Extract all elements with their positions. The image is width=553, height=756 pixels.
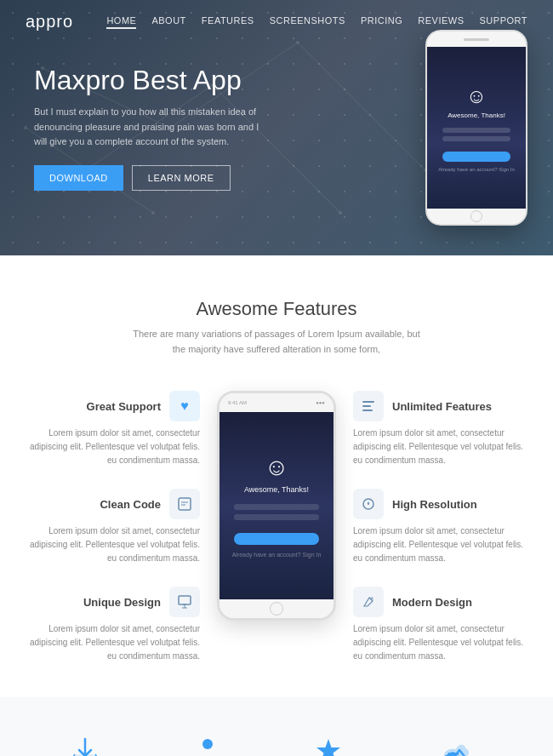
svg-rect-18 [179, 596, 191, 604]
svg-point-14 [151, 211, 155, 215]
feature-great-support: ♥ Great Support Lorem ipsum dolor sit am… [26, 391, 200, 467]
hero-description: But I must explain to you how all this m… [34, 105, 272, 150]
hero-content: Maxpro Best App But I must explain to yo… [0, 65, 451, 191]
nav-features[interactable]: FEATURES [202, 15, 254, 29]
active-installs-icon [441, 736, 471, 756]
svg-point-26 [368, 503, 369, 505]
modern-icon [353, 587, 384, 617]
feature-name-code: Clean Code [100, 498, 161, 511]
svg-rect-23 [362, 405, 371, 407]
nav-support[interactable]: SUPPORT [480, 15, 527, 29]
code-icon [169, 489, 200, 519]
nav-reviews[interactable]: REVIEWS [418, 15, 464, 29]
nav-screenshots[interactable]: SCREENSHOTS [270, 15, 345, 29]
logo[interactable]: appro [26, 12, 73, 32]
phone-input-2 [442, 136, 510, 141]
phone-smiley-lg: ☺ [265, 454, 289, 481]
phone-btn-lg [234, 533, 319, 545]
phone-screen-lg: ☺ Awesome, Thanks! Already have an accou… [219, 412, 334, 599]
nav-about[interactable]: ABOUT [151, 15, 185, 29]
svg-point-28 [202, 739, 213, 749]
stats-section: 1852 DOWNLOADS 926 HAPPY CLIENT 4630 TOP… [0, 697, 553, 756]
feature-name-unlimited: Unlimited Features [392, 400, 492, 413]
features-subtitle: There are many variations of passages of… [128, 327, 425, 357]
feature-desc-design: Lorem ipsum dolor sit amet, consectetur … [26, 622, 200, 663]
phone-link-lg: Already have an account? Sign In [232, 552, 322, 558]
feature-name-resolution: High Resolution [392, 498, 477, 511]
feature-header-design: Unique Design [26, 587, 200, 617]
feature-desc-resolution: Lorem ipsum dolor sit amet, consectetur … [353, 524, 527, 565]
learn-more-button[interactable]: LEARN MORE [132, 165, 231, 191]
phone-input-lg-2 [234, 514, 319, 520]
feature-name-modern: Modern Design [392, 596, 472, 609]
feature-desc-support: Lorem ipsum dolor sit amet, consectetur … [26, 427, 200, 467]
feature-modern: Modern Design Lorem ipsum dolor sit amet… [353, 587, 527, 663]
happy-client-icon [192, 736, 223, 756]
phone-bottom [427, 209, 526, 224]
downloads-icon [70, 736, 100, 756]
phone-home-lg [270, 602, 283, 616]
features-left-column: ♥ Great Support Lorem ipsum dolor sit am… [26, 391, 200, 663]
features-center-phone: 9:41 AM ●●● ☺ Awesome, Thanks! Already h… [208, 391, 345, 621]
design-icon [169, 587, 200, 617]
phone-input-1 [442, 128, 510, 133]
phone-top-lg: 9:41 AM ●●● [219, 393, 334, 412]
phone-thanks: Awesome, Thanks! [448, 112, 505, 119]
feature-header-unlimited: Unlimited Features [353, 391, 527, 421]
feature-clean-code: Clean Code Lorem ipsum dolor sit amet, c… [26, 489, 200, 565]
nav-links: HOME ABOUT FEATURES SCREENSHOTS PRICING … [106, 15, 527, 29]
phone-screen: ☺ Awesome, Thanks! Already have an accou… [427, 47, 526, 209]
phone-mockup-hero: ☺ Awesome, Thanks! Already have an accou… [425, 30, 527, 226]
phone-bottom-lg [219, 599, 334, 618]
hero-title: Maxpro Best App [34, 65, 417, 96]
feature-unique-design: Unique Design Lorem ipsum dolor sit amet… [26, 587, 200, 663]
features-section: Awesome Features There are many variatio… [0, 255, 553, 697]
feature-name-support: Great Support [87, 400, 161, 413]
feature-desc-unlimited: Lorem ipsum dolor sit amet, consectetur … [353, 427, 527, 467]
svg-rect-24 [362, 410, 373, 411]
svg-point-12 [339, 211, 342, 215]
nav-pricing[interactable]: PRICING [361, 15, 402, 29]
phone-thanks-lg: Awesome, Thanks! [244, 485, 309, 494]
svg-rect-22 [362, 401, 374, 403]
svg-marker-29 [316, 739, 340, 756]
phone-input-lg-1 [234, 504, 319, 510]
svg-rect-15 [179, 498, 191, 510]
feature-header-code: Clean Code [26, 489, 200, 519]
download-button[interactable]: DOWNLOAD [34, 165, 123, 191]
phone-home-button [470, 210, 482, 222]
features-grid: ♥ Great Support Lorem ipsum dolor sit am… [26, 391, 527, 663]
phone-smiley: ☺ [466, 84, 487, 108]
svg-point-27 [370, 597, 373, 600]
phone-signup-btn [442, 152, 510, 162]
stat-active-installs: 4630 ACTIVE INSTALLS [410, 736, 503, 756]
features-right-column: Unlimited Features Lorem ipsum dolor sit… [353, 391, 527, 663]
feature-desc-code: Lorem ipsum dolor sit amet, consectetur … [26, 524, 200, 565]
nav-home[interactable]: HOME [106, 15, 136, 29]
support-icon: ♥ [169, 391, 200, 421]
feature-desc-modern: Lorem ipsum dolor sit amet, consectetur … [353, 622, 527, 663]
resolution-icon [353, 489, 384, 519]
phone-signin-link: Already have an account? Sign In [438, 167, 515, 172]
feature-header-resolution: High Resolution [353, 489, 527, 519]
feature-header-modern: Modern Design [353, 587, 527, 617]
stat-downloads: 1852 DOWNLOADS [50, 736, 119, 756]
unlimited-icon [353, 391, 384, 421]
top-rating-icon [313, 736, 344, 756]
phone-carrier: 9:41 AM [228, 400, 247, 405]
hero-phone: ☺ Awesome, Thanks! Already have an accou… [425, 30, 527, 226]
stat-happy-client: 926 HAPPY CLIENT [168, 736, 246, 756]
hero-buttons: DOWNLOAD LEARN MORE [34, 165, 417, 191]
feature-resolution: High Resolution Lorem ipsum dolor sit am… [353, 489, 527, 565]
feature-unlimited: Unlimited Features Lorem ipsum dolor sit… [353, 391, 527, 467]
navigation: appro HOME ABOUT FEATURES SCREENSHOTS PR… [0, 0, 553, 43]
phone-signal: ●●● [316, 400, 325, 405]
features-title: Awesome Features [26, 298, 527, 320]
stat-top-rating: 4630 TOP RATING [296, 736, 361, 756]
feature-name-design: Unique Design [83, 596, 161, 609]
feature-header-support: ♥ Great Support [26, 391, 200, 421]
phone-mockup-features: 9:41 AM ●●● ☺ Awesome, Thanks! Already h… [217, 391, 336, 621]
